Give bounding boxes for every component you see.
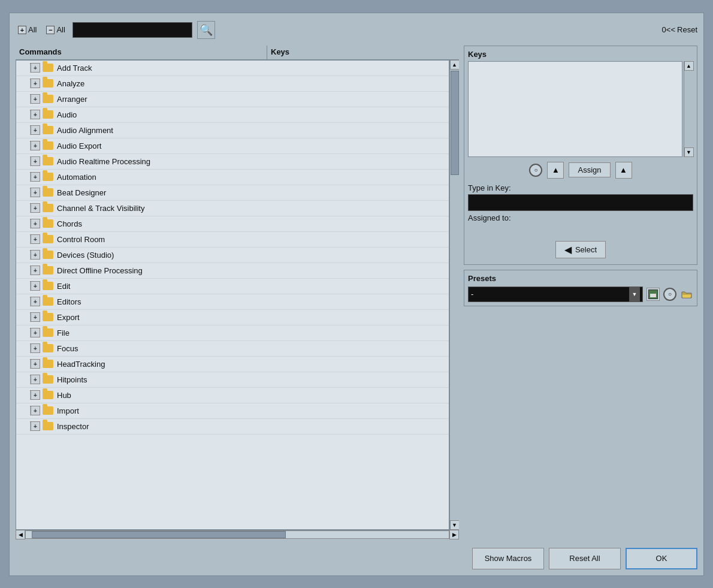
expand-icon[interactable]: + (31, 234, 40, 244)
tree-indent (19, 297, 31, 306)
scroll-thumb[interactable] (451, 71, 459, 175)
scroll-right-arrow[interactable]: ▶ (449, 530, 459, 539)
list-item[interactable]: + Direct Offline Processing (16, 263, 449, 279)
reset-prefix: 0<< (662, 25, 675, 34)
list-item[interactable]: + Channel & Track Visibility (16, 201, 449, 216)
expand-icon[interactable]: + (31, 203, 40, 213)
expand-icon[interactable]: + (31, 266, 40, 275)
list-item[interactable]: + Analyze (16, 76, 449, 92)
collapse-all-button[interactable]: − All (44, 24, 67, 35)
list-item[interactable]: + Export (16, 310, 449, 325)
expand-icon[interactable]: + (31, 188, 40, 197)
show-macros-button[interactable]: Show Macros (472, 548, 544, 569)
tree-indent (19, 141, 31, 150)
list-item[interactable]: + Import (16, 403, 449, 419)
expand-icon[interactable]: + (31, 421, 40, 431)
nav-up-button[interactable]: ▲ (547, 162, 564, 179)
tree-indent (19, 312, 31, 322)
reset-all-button[interactable]: Reset All (549, 548, 621, 569)
search-button[interactable]: 🔍 (197, 21, 215, 39)
commands-tree[interactable]: + Add Track + Analyze + (16, 60, 449, 530)
expand-icon[interactable]: + (31, 125, 40, 135)
list-item[interactable]: + HeadTracking (16, 357, 449, 372)
search-input[interactable] (72, 22, 192, 38)
list-item[interactable]: + Beat Designer (16, 185, 449, 201)
minus-icon: − (46, 26, 55, 34)
list-item[interactable]: + Automation (16, 170, 449, 185)
list-item[interactable]: + Inspector (16, 419, 449, 435)
scroll-left-arrow[interactable]: ◀ (16, 530, 25, 539)
reset-all-label: Reset All (569, 554, 600, 563)
keys-list[interactable] (468, 61, 682, 157)
list-item[interactable]: + Editors (16, 294, 449, 310)
expand-icon[interactable]: + (31, 219, 40, 228)
assign-button[interactable]: Assign (569, 162, 610, 177)
vertical-scrollbar[interactable]: ▲ ▼ (449, 60, 459, 530)
item-label: Beat Designer (57, 188, 449, 197)
expand-icon[interactable]: + (31, 328, 40, 337)
item-label: Devices (Studio) (57, 251, 449, 260)
nav-up2-button[interactable]: ▲ (615, 162, 632, 179)
expand-icon[interactable]: + (31, 312, 40, 322)
list-item[interactable]: + Edit (16, 279, 449, 294)
expand-icon[interactable]: + (31, 141, 40, 150)
expand-icon[interactable]: + (31, 343, 40, 353)
expand-icon[interactable]: + (31, 375, 40, 384)
type-in-key-label: Type in Key: (468, 183, 693, 192)
expand-icon[interactable]: + (31, 79, 40, 88)
horizontal-scrollbar[interactable]: ◀ ▶ (16, 530, 459, 539)
expand-all-button[interactable]: + All (16, 24, 39, 35)
expand-icon[interactable]: + (31, 172, 40, 182)
type-in-key-input[interactable] (468, 194, 693, 211)
expand-icon[interactable]: + (31, 110, 40, 119)
reset-button[interactable]: 0<< Reset (662, 25, 697, 34)
preset-value: - (471, 290, 473, 298)
folder-icon (43, 204, 53, 212)
expand-icon[interactable]: + (31, 94, 40, 104)
item-label: Hitpoints (57, 375, 449, 384)
preset-dropdown-arrow[interactable]: ▼ (629, 287, 640, 301)
keys-scrollbar[interactable]: ▲ ▼ (684, 61, 693, 157)
scroll-up-arrow[interactable]: ▲ (450, 60, 460, 70)
list-item[interactable]: + Control Room (16, 232, 449, 248)
select-button[interactable]: ◀ Select (555, 241, 606, 258)
expand-icon[interactable]: + (31, 390, 40, 400)
expand-icon[interactable]: + (31, 156, 40, 166)
list-item[interactable]: + Audio Export (16, 138, 449, 154)
expand-icon[interactable]: + (31, 359, 40, 369)
list-item[interactable]: + Audio Alignment (16, 123, 449, 138)
list-item[interactable]: + Add Track (16, 61, 449, 76)
list-item[interactable]: + File (16, 325, 449, 341)
expand-icon[interactable]: + (31, 63, 40, 73)
expand-icon[interactable]: + (31, 250, 40, 260)
list-item[interactable]: + Audio (16, 107, 449, 123)
preset-circle-icon[interactable]: ○ (663, 288, 676, 301)
scroll-track-horiz[interactable] (25, 530, 449, 539)
list-item[interactable]: + Devices (Studio) (16, 248, 449, 263)
list-item[interactable]: + Audio Realtime Processing (16, 154, 449, 170)
expand-icon[interactable]: + (31, 281, 40, 291)
circle-icon-left[interactable]: ○ (529, 164, 542, 177)
scroll-thumb-horiz[interactable] (32, 531, 286, 538)
ok-label: OK (656, 554, 667, 563)
keys-scroll-down[interactable]: ▼ (684, 147, 694, 157)
list-item[interactable]: + Chords (16, 216, 449, 232)
expand-icon[interactable]: + (31, 297, 40, 306)
list-item[interactable]: + Focus (16, 341, 449, 357)
floppy-icon (648, 290, 658, 299)
list-item[interactable]: + Hub (16, 388, 449, 403)
preset-dropdown[interactable]: - ▼ (468, 287, 643, 302)
open-preset-button[interactable] (680, 288, 693, 301)
expand-icon[interactable]: + (31, 406, 40, 415)
item-label: Direct Offline Processing (57, 266, 449, 275)
list-item[interactable]: + Hitpoints (16, 372, 449, 388)
arrow-left-icon: ◀ (564, 244, 572, 255)
ok-button[interactable]: OK (626, 548, 697, 569)
folder-icon (43, 266, 53, 275)
folder-icon (43, 126, 53, 134)
list-item[interactable]: + Arranger (16, 92, 449, 107)
main-content: Commands Keys + Add Track + (16, 46, 697, 539)
keys-scroll-up[interactable]: ▲ (684, 61, 694, 71)
save-preset-button[interactable] (646, 288, 660, 301)
scroll-down-arrow[interactable]: ▼ (450, 520, 460, 530)
